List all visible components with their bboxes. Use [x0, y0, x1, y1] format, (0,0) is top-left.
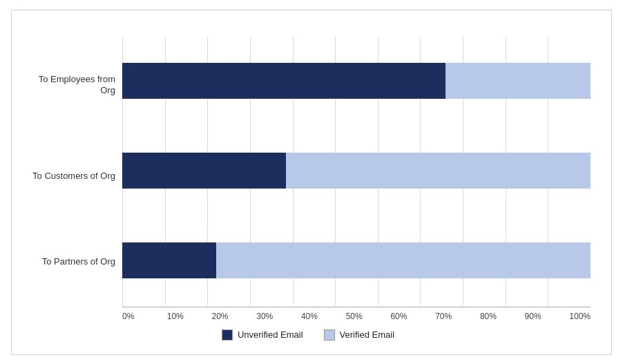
legend-color-box	[222, 329, 233, 341]
x-axis-label: 40%	[301, 312, 346, 321]
y-axis-label: To Partners of Org	[42, 256, 115, 267]
bar-track	[122, 63, 591, 99]
y-axis-label: To Employees from Org	[26, 74, 115, 95]
y-axis-labels: To Employees from OrgTo Customers of Org…	[26, 37, 122, 305]
y-axis-label: To Customers of Org	[32, 171, 115, 182]
x-axis-line	[122, 307, 591, 307]
chart-plot	[122, 37, 591, 305]
bar-segment-unverified	[122, 153, 286, 189]
bar-segment-verified	[286, 153, 591, 189]
x-axis-label: 90%	[525, 312, 570, 321]
x-axis: 0%10%20%30%40%50%60%70%80%90%100%	[26, 312, 591, 321]
bar-segment-verified	[445, 63, 591, 99]
legend-item: Unverified Email	[222, 329, 303, 341]
bar-segment-verified	[216, 242, 591, 278]
bar-segment-unverified	[122, 63, 445, 99]
x-axis-label: 30%	[256, 312, 301, 321]
bar-track	[122, 242, 591, 278]
bar-row	[122, 146, 591, 195]
legend-color-box	[324, 329, 335, 341]
x-axis-label: 10%	[167, 312, 212, 321]
x-axis-label: 20%	[211, 312, 256, 321]
chart-area: To Employees from OrgTo Customers of Org…	[26, 37, 591, 305]
x-axis-label: 0%	[122, 312, 167, 321]
chart-container: To Employees from OrgTo Customers of Org…	[11, 10, 612, 355]
legend-label: Verified Email	[340, 329, 394, 340]
bar-row	[122, 57, 591, 105]
x-axis-label: 100%	[569, 312, 591, 321]
x-axis-label: 70%	[435, 312, 480, 321]
bar-track	[122, 153, 591, 189]
x-axis-label: 50%	[346, 312, 391, 321]
x-axis-label: 80%	[480, 312, 525, 321]
legend-label: Unverified Email	[238, 329, 303, 340]
bar-row	[122, 236, 591, 285]
legend-item: Verified Email	[324, 329, 394, 341]
bar-segment-unverified	[122, 242, 216, 278]
legend: Unverified EmailVerified Email	[26, 329, 591, 341]
x-axis-label: 60%	[390, 312, 435, 321]
